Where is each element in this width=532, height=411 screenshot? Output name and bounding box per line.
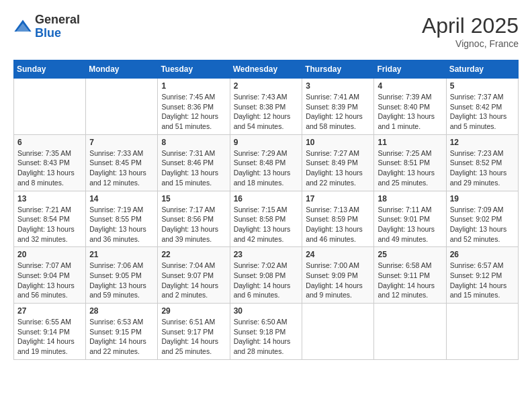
day-info: Sunrise: 6:53 AMSunset: 9:15 PMDaylight:… bbox=[89, 317, 154, 357]
logo-icon bbox=[13, 17, 32, 36]
calendar-table: SundayMondayTuesdayWednesdayThursdayFrid… bbox=[13, 60, 519, 360]
day-number: 9 bbox=[234, 138, 299, 147]
day-cell: 7Sunrise: 7:33 AMSunset: 8:45 PMDaylight… bbox=[86, 134, 158, 191]
day-info: Sunrise: 7:17 AMSunset: 8:56 PMDaylight:… bbox=[161, 205, 226, 244]
calendar-header: SundayMondayTuesdayWednesdayThursdayFrid… bbox=[14, 60, 519, 79]
day-cell bbox=[86, 79, 158, 135]
day-info: Sunrise: 6:57 AMSunset: 9:12 PMDaylight:… bbox=[450, 261, 515, 300]
week-row-5: 27Sunrise: 6:55 AMSunset: 9:14 PMDayligh… bbox=[14, 304, 519, 360]
day-cell: 6Sunrise: 7:35 AMSunset: 8:43 PMDaylight… bbox=[14, 134, 86, 191]
day-cell: 20Sunrise: 7:07 AMSunset: 9:04 PMDayligh… bbox=[14, 247, 86, 304]
week-row-1: 1Sunrise: 7:45 AMSunset: 8:36 PMDaylight… bbox=[14, 79, 519, 135]
day-number: 2 bbox=[234, 81, 299, 91]
day-cell: 5Sunrise: 7:37 AMSunset: 8:42 PMDaylight… bbox=[446, 79, 518, 135]
day-number: 5 bbox=[450, 81, 515, 91]
page-header: General Blue April 2025 Vignoc, France bbox=[13, 13, 519, 49]
logo-general-text: General bbox=[35, 13, 80, 27]
header-day-saturday: Saturday bbox=[446, 60, 518, 79]
day-info: Sunrise: 7:29 AMSunset: 8:48 PMDaylight:… bbox=[234, 148, 299, 188]
day-cell: 4Sunrise: 7:39 AMSunset: 8:40 PMDaylight… bbox=[374, 79, 446, 135]
day-number: 20 bbox=[17, 250, 82, 259]
day-number: 14 bbox=[89, 194, 154, 203]
day-cell: 21Sunrise: 7:06 AMSunset: 9:05 PMDayligh… bbox=[86, 247, 158, 304]
day-info: Sunrise: 7:27 AMSunset: 8:49 PMDaylight:… bbox=[306, 148, 370, 188]
calendar-title: April 2025 bbox=[422, 13, 519, 38]
day-info: Sunrise: 6:50 AMSunset: 9:18 PMDaylight:… bbox=[234, 317, 299, 357]
day-number: 4 bbox=[378, 81, 442, 91]
day-cell: 25Sunrise: 6:58 AMSunset: 9:11 PMDayligh… bbox=[374, 247, 446, 304]
day-cell: 18Sunrise: 7:11 AMSunset: 9:01 PMDayligh… bbox=[374, 191, 446, 247]
day-number: 13 bbox=[17, 194, 82, 203]
day-cell: 10Sunrise: 7:27 AMSunset: 8:49 PMDayligh… bbox=[302, 134, 374, 191]
logo-text: General Blue bbox=[35, 13, 80, 40]
day-info: Sunrise: 7:04 AMSunset: 9:07 PMDaylight:… bbox=[161, 261, 226, 300]
day-cell: 26Sunrise: 6:57 AMSunset: 9:12 PMDayligh… bbox=[446, 247, 518, 304]
day-info: Sunrise: 7:00 AMSunset: 9:09 PMDaylight:… bbox=[306, 261, 370, 300]
day-number: 8 bbox=[161, 138, 226, 147]
day-number: 7 bbox=[89, 138, 154, 147]
day-info: Sunrise: 7:45 AMSunset: 8:36 PMDaylight:… bbox=[161, 92, 226, 132]
day-number: 10 bbox=[306, 138, 370, 147]
day-number: 21 bbox=[89, 250, 154, 259]
header-day-monday: Monday bbox=[86, 60, 158, 79]
day-cell: 16Sunrise: 7:15 AMSunset: 8:58 PMDayligh… bbox=[230, 191, 302, 247]
day-info: Sunrise: 6:51 AMSunset: 9:17 PMDaylight:… bbox=[161, 317, 226, 357]
day-cell bbox=[302, 304, 374, 360]
day-info: Sunrise: 7:33 AMSunset: 8:45 PMDaylight:… bbox=[89, 148, 154, 188]
day-info: Sunrise: 7:41 AMSunset: 8:39 PMDaylight:… bbox=[306, 92, 370, 132]
day-number: 17 bbox=[306, 194, 370, 203]
header-day-wednesday: Wednesday bbox=[230, 60, 302, 79]
day-cell: 14Sunrise: 7:19 AMSunset: 8:55 PMDayligh… bbox=[86, 191, 158, 247]
week-row-2: 6Sunrise: 7:35 AMSunset: 8:43 PMDaylight… bbox=[14, 134, 519, 191]
day-number: 29 bbox=[161, 306, 226, 316]
logo: General Blue bbox=[13, 13, 80, 40]
day-number: 24 bbox=[306, 250, 370, 259]
day-cell: 29Sunrise: 6:51 AMSunset: 9:17 PMDayligh… bbox=[158, 304, 230, 360]
day-info: Sunrise: 7:43 AMSunset: 8:38 PMDaylight:… bbox=[234, 92, 299, 132]
day-info: Sunrise: 7:13 AMSunset: 8:59 PMDaylight:… bbox=[306, 205, 370, 244]
day-number: 6 bbox=[17, 138, 82, 147]
day-cell: 9Sunrise: 7:29 AMSunset: 8:48 PMDaylight… bbox=[230, 134, 302, 191]
day-number: 28 bbox=[89, 306, 154, 316]
day-cell: 12Sunrise: 7:23 AMSunset: 8:52 PMDayligh… bbox=[446, 134, 518, 191]
day-number: 30 bbox=[234, 306, 299, 316]
calendar-location: Vignoc, France bbox=[422, 38, 519, 49]
day-number: 15 bbox=[161, 194, 226, 203]
day-info: Sunrise: 7:39 AMSunset: 8:40 PMDaylight:… bbox=[378, 92, 442, 132]
day-info: Sunrise: 7:07 AMSunset: 9:04 PMDaylight:… bbox=[17, 261, 82, 300]
day-cell: 1Sunrise: 7:45 AMSunset: 8:36 PMDaylight… bbox=[158, 79, 230, 135]
day-info: Sunrise: 7:06 AMSunset: 9:05 PMDaylight:… bbox=[89, 261, 154, 300]
week-row-4: 20Sunrise: 7:07 AMSunset: 9:04 PMDayligh… bbox=[14, 247, 519, 304]
day-cell: 2Sunrise: 7:43 AMSunset: 8:38 PMDaylight… bbox=[230, 79, 302, 135]
header-day-sunday: Sunday bbox=[14, 60, 86, 79]
day-number: 23 bbox=[234, 250, 299, 259]
header-row: SundayMondayTuesdayWednesdayThursdayFrid… bbox=[14, 60, 519, 79]
day-cell: 11Sunrise: 7:25 AMSunset: 8:51 PMDayligh… bbox=[374, 134, 446, 191]
day-info: Sunrise: 7:21 AMSunset: 8:54 PMDaylight:… bbox=[17, 205, 82, 244]
day-info: Sunrise: 7:25 AMSunset: 8:51 PMDaylight:… bbox=[378, 148, 442, 188]
day-info: Sunrise: 7:35 AMSunset: 8:43 PMDaylight:… bbox=[17, 148, 82, 188]
day-info: Sunrise: 6:58 AMSunset: 9:11 PMDaylight:… bbox=[378, 261, 442, 300]
day-cell: 27Sunrise: 6:55 AMSunset: 9:14 PMDayligh… bbox=[14, 304, 86, 360]
day-number: 16 bbox=[234, 194, 299, 203]
day-info: Sunrise: 7:23 AMSunset: 8:52 PMDaylight:… bbox=[450, 148, 515, 188]
calendar-body: 1Sunrise: 7:45 AMSunset: 8:36 PMDaylight… bbox=[14, 79, 519, 360]
day-cell: 24Sunrise: 7:00 AMSunset: 9:09 PMDayligh… bbox=[302, 247, 374, 304]
day-info: Sunrise: 7:31 AMSunset: 8:46 PMDaylight:… bbox=[161, 148, 226, 188]
day-cell: 15Sunrise: 7:17 AMSunset: 8:56 PMDayligh… bbox=[158, 191, 230, 247]
day-info: Sunrise: 6:55 AMSunset: 9:14 PMDaylight:… bbox=[17, 317, 82, 357]
day-cell: 30Sunrise: 6:50 AMSunset: 9:18 PMDayligh… bbox=[230, 304, 302, 360]
day-number: 11 bbox=[378, 138, 442, 147]
day-cell: 8Sunrise: 7:31 AMSunset: 8:46 PMDaylight… bbox=[158, 134, 230, 191]
day-number: 27 bbox=[17, 306, 82, 316]
title-block: April 2025 Vignoc, France bbox=[422, 13, 519, 49]
day-number: 25 bbox=[378, 250, 442, 259]
header-day-tuesday: Tuesday bbox=[158, 60, 230, 79]
day-number: 12 bbox=[450, 138, 515, 147]
day-cell bbox=[446, 304, 518, 360]
day-number: 19 bbox=[450, 194, 515, 203]
day-number: 22 bbox=[161, 250, 226, 259]
week-row-3: 13Sunrise: 7:21 AMSunset: 8:54 PMDayligh… bbox=[14, 191, 519, 247]
day-cell: 22Sunrise: 7:04 AMSunset: 9:07 PMDayligh… bbox=[158, 247, 230, 304]
header-day-friday: Friday bbox=[374, 60, 446, 79]
